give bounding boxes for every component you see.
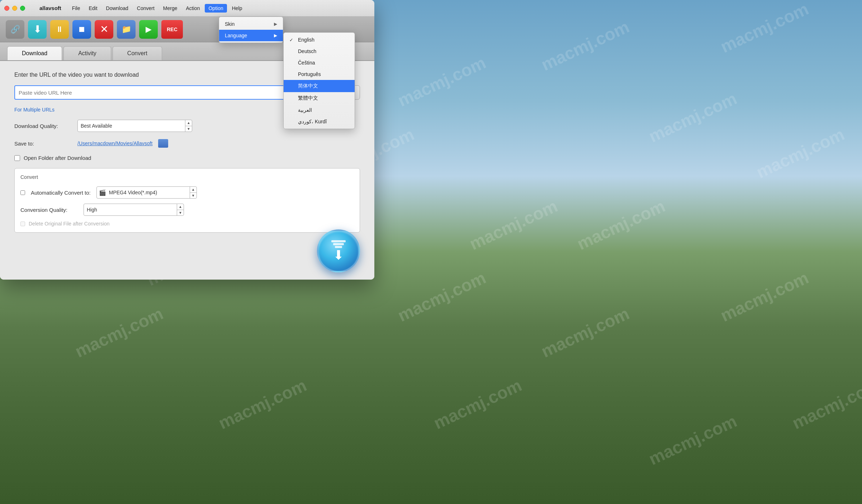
link-button[interactable]: 🔗: [6, 20, 24, 39]
browse-folder-icon[interactable]: [158, 139, 168, 148]
language-menu-item[interactable]: Language ▶: [219, 30, 283, 41]
menu-edit[interactable]: Edit: [85, 4, 101, 13]
download-button-container: ⬇: [317, 229, 360, 272]
open-folder-label: Open Folder after Download: [24, 155, 91, 161]
open-folder-row: Open Folder after Download: [14, 155, 360, 161]
format-down[interactable]: ▼: [190, 193, 196, 199]
conversion-quality-select[interactable]: High ▲ ▼: [84, 204, 184, 216]
tab-activity[interactable]: Activity: [63, 46, 111, 60]
menu-convert[interactable]: Convert: [133, 4, 158, 13]
skin-label: Skin: [225, 21, 235, 27]
english-check-icon: ✓: [289, 37, 295, 43]
delete-button[interactable]: ✕: [95, 20, 113, 39]
delete-original-label: Delete Original File after Conversion: [29, 221, 110, 227]
traditional-chinese-label: 繁體中文: [298, 95, 318, 101]
lang-kurdish[interactable]: كوردي، Kurdî: [284, 116, 355, 127]
menu-items: File Edit Download Convert Merge Action …: [68, 4, 246, 13]
conversion-quality-row: Conversion Quality: High ▲ ▼: [20, 204, 354, 216]
menu-help[interactable]: Help: [228, 4, 246, 13]
arabic-label: العربية: [298, 107, 312, 113]
quality-select[interactable]: Best Available ▲ ▼: [77, 120, 192, 132]
lang-traditional-chinese[interactable]: 繁體中文: [284, 92, 355, 104]
quality-stepper[interactable]: ▲ ▼: [185, 120, 192, 132]
convert-section-title: Convert: [20, 174, 354, 180]
lang-deutsch[interactable]: Deutsch: [284, 46, 355, 57]
close-button[interactable]: [4, 6, 9, 11]
deutsch-label: Deutsch: [298, 48, 316, 54]
tab-download[interactable]: Download: [7, 46, 62, 60]
menu-option[interactable]: Option: [205, 4, 227, 13]
minimize-button[interactable]: [12, 6, 17, 11]
convert-format-select[interactable]: 🎬 MPEG4 Video(*.mp4) ▲ ▼: [96, 186, 197, 199]
menu-merge[interactable]: Merge: [160, 4, 181, 13]
menu-download[interactable]: Download: [103, 4, 132, 13]
menu-action[interactable]: Action: [183, 4, 204, 13]
download-icon-arrow: ⬇: [333, 249, 344, 262]
english-label: English: [298, 37, 314, 43]
quality-up[interactable]: ▲: [185, 120, 192, 126]
tab-convert[interactable]: Convert: [113, 46, 162, 60]
convert-section: Convert Automatically Convert to: 🎬 MPEG…: [14, 168, 360, 233]
save-to-label: Save to:: [14, 141, 72, 147]
cq-up[interactable]: ▲: [177, 204, 184, 210]
maximize-button[interactable]: [20, 6, 25, 11]
auto-convert-label: Automatically Convert to:: [31, 190, 91, 196]
option-menu: Skin ▶ Language ▶: [219, 16, 283, 43]
pause-button[interactable]: ⏸: [50, 20, 69, 39]
menu-bar: allavsoft File Edit Download Convert Mer…: [0, 0, 374, 16]
language-submenu: ✓ English Deutsch Čeština Português 简体中文…: [283, 32, 355, 129]
cq-stepper[interactable]: ▲ ▼: [177, 204, 184, 215]
delete-original-row: Delete Original File after Conversion: [20, 221, 354, 227]
conversion-quality-value: High: [84, 207, 177, 213]
play-button[interactable]: ▶: [139, 20, 158, 39]
kurdish-label: كوردي، Kurdî: [298, 119, 327, 124]
save-path[interactable]: /Users/macdown/Movies/Allavsoft: [77, 141, 152, 146]
open-folder-checkbox[interactable]: [14, 155, 20, 161]
folder-button[interactable]: 📁: [117, 20, 136, 39]
auto-convert-checkbox[interactable]: [20, 190, 25, 195]
app-name: allavsoft: [39, 5, 61, 11]
cestina-label: Čeština: [298, 60, 315, 66]
window-controls: [4, 6, 25, 11]
lang-simplified-chinese[interactable]: 简体中文: [284, 80, 355, 92]
quality-value: Best Available: [78, 123, 185, 129]
convert-format-value: MPEG4 Video(*.mp4): [106, 190, 190, 195]
format-stepper[interactable]: ▲ ▼: [190, 187, 196, 198]
auto-convert-row: Automatically Convert to: 🎬 MPEG4 Video(…: [20, 186, 354, 199]
skin-chevron-icon: ▶: [274, 22, 277, 27]
stop-button[interactable]: ⏹: [72, 20, 91, 39]
language-label: Language: [225, 33, 247, 38]
lang-arabic[interactable]: العربية: [284, 104, 355, 116]
lang-portugues[interactable]: Português: [284, 68, 355, 80]
download-icon-lines: [331, 240, 346, 242]
quality-down[interactable]: ▼: [185, 126, 192, 132]
lang-cestina[interactable]: Čeština: [284, 57, 355, 68]
simplified-chinese-label: 简体中文: [298, 83, 318, 89]
rec-button[interactable]: REC: [161, 20, 183, 39]
format-up[interactable]: ▲: [190, 187, 196, 193]
download-icon-lines-2: [333, 243, 344, 245]
cq-down[interactable]: ▼: [177, 210, 184, 216]
quality-label: Download Quality:: [14, 123, 72, 129]
delete-original-checkbox[interactable]: [20, 222, 25, 226]
download-button[interactable]: ⬇: [317, 229, 360, 272]
lang-english[interactable]: ✓ English: [284, 34, 355, 46]
portugues-label: Português: [298, 71, 321, 77]
url-input[interactable]: [14, 85, 314, 100]
save-to-row: Save to: /Users/macdown/Movies/Allavsoft: [14, 139, 360, 148]
conversion-quality-label: Conversion Quality:: [20, 207, 78, 213]
menu-file[interactable]: File: [68, 4, 84, 13]
language-chevron-icon: ▶: [274, 33, 277, 38]
skin-menu-item[interactable]: Skin ▶: [219, 18, 283, 30]
download-start-button[interactable]: ⬇: [28, 20, 47, 39]
